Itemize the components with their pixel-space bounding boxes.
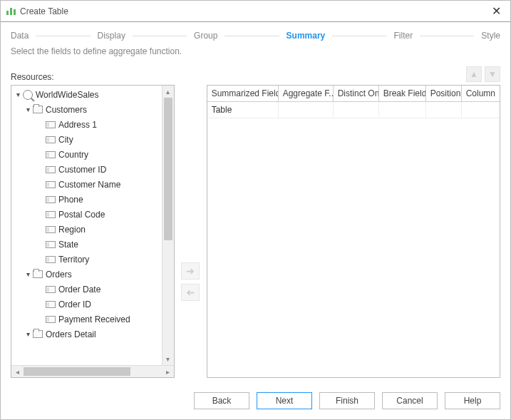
help-button[interactable]: Help bbox=[445, 392, 500, 409]
finish-button[interactable]: Finish bbox=[319, 392, 375, 409]
tree-field[interactable]: ▾Address 1 bbox=[11, 117, 174, 132]
grid-cell[interactable]: Table bbox=[207, 102, 279, 118]
scroll-down-icon[interactable]: ▾ bbox=[162, 353, 174, 365]
main-panel: ▾ WorldWideSales ▾ Customers ▾Address 1 … bbox=[1, 82, 510, 385]
chevron-down-icon[interactable]: ▾ bbox=[24, 331, 31, 338]
tree-label: Customer ID bbox=[58, 165, 106, 175]
grid-cell[interactable] bbox=[426, 102, 462, 118]
field-icon bbox=[46, 181, 56, 188]
scroll-left-icon[interactable]: ◂ bbox=[11, 366, 24, 378]
grid-col-aggregate[interactable]: Aggregate F... bbox=[279, 86, 334, 101]
tree-label: Address 1 bbox=[58, 120, 97, 130]
resource-tree[interactable]: ▾ WorldWideSales ▾ Customers ▾Address 1 … bbox=[11, 85, 175, 378]
tree-field[interactable]: ▾Postal Code bbox=[11, 207, 174, 222]
step-data[interactable]: Data bbox=[11, 31, 29, 41]
dialog-buttons: Back Next Finish Cancel Help bbox=[1, 385, 510, 419]
summary-grid[interactable]: Summarized Fields Aggregate F... Distinc… bbox=[207, 85, 500, 378]
field-icon bbox=[46, 286, 56, 293]
grid-col-position[interactable]: Position bbox=[426, 86, 462, 101]
tree-field[interactable]: ▾Territory bbox=[11, 252, 174, 267]
move-down-button[interactable]: ▼ bbox=[485, 66, 500, 82]
tree-field[interactable]: ▾Payment Received bbox=[11, 312, 174, 327]
field-icon bbox=[46, 226, 56, 233]
step-group[interactable]: Group bbox=[194, 31, 217, 41]
step-filter[interactable]: Filter bbox=[393, 31, 413, 41]
tree-label: Payment Received bbox=[58, 314, 130, 324]
app-icon bbox=[6, 8, 16, 15]
step-summary[interactable]: Summary bbox=[287, 31, 326, 41]
step-separator bbox=[36, 36, 90, 36]
folder-icon bbox=[33, 270, 43, 278]
tree-field[interactable]: ▾Customer Name bbox=[11, 177, 174, 192]
tree-label: Customer Name bbox=[58, 180, 120, 190]
wizard-subtitle: Select the fields to define aggregate fu… bbox=[1, 46, 510, 63]
titlebar: Create Table ✕ bbox=[1, 1, 510, 22]
step-separator bbox=[332, 36, 386, 36]
move-up-button[interactable]: ▲ bbox=[466, 66, 482, 82]
step-separator bbox=[224, 36, 279, 36]
tree-label: Postal Code bbox=[58, 210, 105, 220]
chevron-down-icon[interactable]: ▾ bbox=[24, 106, 31, 113]
tree-field[interactable]: ▾Order Date bbox=[11, 282, 174, 297]
tree-label: City bbox=[58, 135, 73, 145]
grid-col-break[interactable]: Break Field bbox=[379, 86, 426, 101]
tree-folder-orders[interactable]: ▾ Orders bbox=[11, 267, 174, 282]
tree-field[interactable]: ▾Phone bbox=[11, 192, 174, 207]
back-button[interactable]: Back bbox=[194, 392, 249, 409]
grid-row[interactable]: Table bbox=[207, 102, 500, 118]
nav-arrows: ▲ ▼ bbox=[466, 66, 500, 82]
field-icon bbox=[46, 316, 56, 323]
tree-label: Orders bbox=[46, 270, 72, 280]
field-icon bbox=[46, 241, 56, 248]
chevron-down-icon[interactable]: ▾ bbox=[24, 271, 31, 278]
scrollbar-thumb[interactable] bbox=[24, 367, 130, 376]
tree-folder-customers[interactable]: ▾ Customers bbox=[11, 102, 174, 117]
tree-label: Country bbox=[58, 150, 88, 160]
grid-col-column[interactable]: Column bbox=[462, 86, 500, 101]
tree-folder-orders-detail[interactable]: ▾ Orders Detail bbox=[11, 327, 174, 342]
grid-cell[interactable] bbox=[334, 102, 379, 118]
tree-field[interactable]: ▾State bbox=[11, 237, 174, 252]
tree-field[interactable]: ▾Region bbox=[11, 222, 174, 237]
grid-cell[interactable] bbox=[379, 102, 426, 118]
transfer-buttons: ➔ ➔ bbox=[175, 85, 207, 378]
grid-cell[interactable] bbox=[279, 102, 334, 118]
horizontal-scrollbar[interactable]: ◂ ▸ bbox=[11, 365, 174, 377]
folder-icon bbox=[33, 330, 43, 338]
grid-cell[interactable] bbox=[462, 102, 500, 118]
tree-label: State bbox=[58, 240, 78, 250]
tree-label: Territory bbox=[58, 255, 89, 265]
next-button[interactable]: Next bbox=[257, 392, 312, 409]
step-separator bbox=[133, 36, 187, 36]
tree-field[interactable]: ▾City bbox=[11, 132, 174, 147]
close-icon[interactable]: ✕ bbox=[487, 4, 505, 18]
tree-label: Orders Detail bbox=[46, 329, 96, 339]
scrollbar-thumb[interactable] bbox=[164, 98, 172, 240]
step-display[interactable]: Display bbox=[98, 31, 125, 41]
wizard-steps: Data Display Group Summary Filter Style bbox=[1, 22, 510, 46]
tree-root[interactable]: ▾ WorldWideSales bbox=[11, 87, 174, 102]
grid-col-distinct[interactable]: Distinct On bbox=[334, 86, 379, 101]
resources-label: Resources: bbox=[11, 72, 54, 82]
tree-label: Customers bbox=[46, 105, 87, 115]
remove-field-button[interactable]: ➔ bbox=[181, 284, 200, 301]
tree-field[interactable]: ▾Country bbox=[11, 147, 174, 162]
field-icon bbox=[46, 196, 56, 203]
tree-field[interactable]: ▾Customer ID bbox=[11, 162, 174, 177]
field-icon bbox=[46, 211, 56, 218]
step-style[interactable]: Style bbox=[481, 31, 500, 41]
grid-col-summarized[interactable]: Summarized Fields bbox=[207, 86, 279, 101]
field-icon bbox=[46, 151, 56, 158]
add-field-button[interactable]: ➔ bbox=[181, 262, 200, 280]
scroll-right-icon[interactable]: ▸ bbox=[162, 366, 174, 378]
chevron-down-icon[interactable]: ▾ bbox=[14, 91, 21, 98]
field-icon bbox=[46, 301, 56, 308]
tree-label: WorldWideSales bbox=[36, 90, 98, 100]
cancel-button[interactable]: Cancel bbox=[382, 392, 438, 409]
vertical-scrollbar[interactable]: ▴ ▾ bbox=[162, 86, 174, 365]
tree-label: Phone bbox=[58, 195, 83, 205]
window-title: Create Table bbox=[20, 6, 68, 16]
magnifier-icon bbox=[23, 90, 33, 100]
tree-field[interactable]: ▾Order ID bbox=[11, 297, 174, 312]
scroll-up-icon[interactable]: ▴ bbox=[162, 86, 174, 98]
